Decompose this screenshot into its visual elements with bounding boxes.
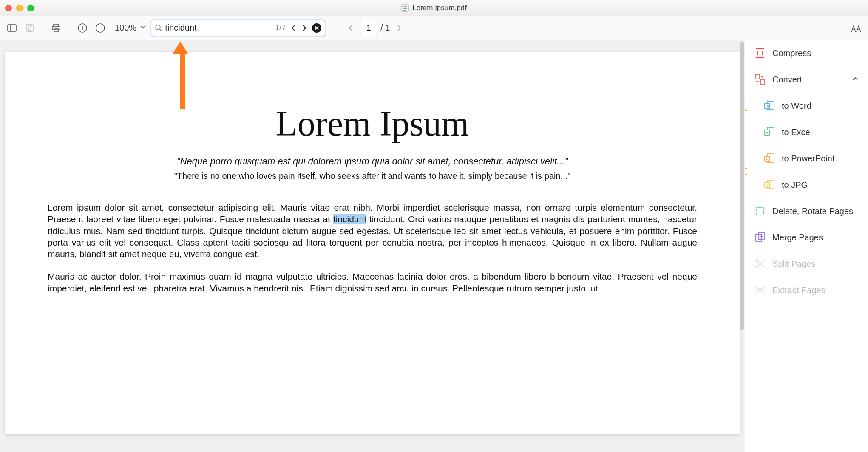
page-number-input[interactable] (360, 21, 377, 35)
window-title-group: Lorem Ipsum.pdf (0, 4, 868, 12)
to-jpg-label: to JPG (782, 180, 808, 190)
jpg-icon (764, 179, 775, 190)
svg-rect-0 (402, 4, 408, 12)
svg-rect-21 (755, 75, 760, 79)
convert-to-jpg[interactable]: to JPG (745, 172, 868, 198)
powerpoint-icon: P (764, 153, 775, 164)
convert-label: Convert (772, 75, 802, 85)
word-icon: W (764, 100, 775, 111)
document-viewport[interactable]: Lorem Ipsum "Neque porro quisquam est qu… (0, 40, 745, 452)
compress-icon (755, 48, 766, 59)
fullscreen-window-button[interactable] (27, 5, 34, 11)
svg-rect-10 (52, 26, 60, 30)
search-input[interactable] (165, 23, 272, 33)
tools-sidepanel: Compress Convert W to Word X to Excel (745, 40, 868, 452)
doc-title: Lorem Ipsum (48, 103, 697, 144)
zoom-dropdown[interactable]: 100% (113, 23, 146, 33)
search-icon (155, 24, 162, 32)
panel-resize-handle[interactable] (745, 168, 747, 175)
merge-label: Merge Pages (772, 233, 823, 243)
search-clear-button[interactable] (312, 23, 321, 33)
merge-tool[interactable]: Merge Pages (745, 224, 868, 251)
zoom-in-button[interactable] (75, 20, 90, 36)
delete-rotate-icon (755, 206, 766, 217)
svg-text:W: W (766, 105, 769, 108)
page-prev-button[interactable] (345, 22, 357, 34)
svg-text:X: X (766, 131, 769, 135)
save-button[interactable] (22, 20, 37, 36)
search-box[interactable]: 1/7 (151, 20, 325, 36)
svg-text:P: P (766, 157, 769, 161)
document-page: Lorem Ipsum "Neque porro quisquam est qu… (5, 52, 740, 434)
extract-label: Extract Pages (772, 285, 825, 295)
vertical-scrollbar[interactable] (740, 42, 744, 330)
search-highlight: tincidunt (333, 214, 366, 224)
tools-panel-button[interactable] (848, 20, 864, 36)
window-title: Lorem Ipsum.pdf (412, 4, 467, 12)
page-navigation: / 1 (345, 21, 405, 35)
svg-rect-3 (403, 10, 406, 11)
svg-rect-22 (760, 80, 765, 84)
doc-divider (48, 194, 697, 194)
to-word-label: to Word (782, 101, 811, 111)
svg-rect-2 (403, 8, 407, 9)
extract-icon (755, 285, 766, 296)
split-icon (755, 258, 766, 269)
zoom-out-button[interactable] (93, 20, 108, 36)
convert-to-excel[interactable]: X to Excel (745, 119, 868, 145)
page-next-button[interactable] (393, 22, 405, 34)
search-prev-button[interactable] (288, 23, 298, 33)
search-result-count: 1/7 (275, 23, 286, 32)
compress-label: Compress (772, 48, 811, 58)
svg-rect-45 (756, 286, 764, 294)
svg-point-34 (768, 184, 769, 184)
delete-rotate-tool[interactable]: Delete, Rotate Pages (745, 198, 868, 224)
svg-rect-37 (756, 234, 762, 241)
zoom-value: 100% (113, 23, 138, 33)
convert-to-word[interactable]: W to Word (745, 93, 868, 119)
document-icon (401, 4, 409, 12)
compress-tool[interactable]: Compress (745, 40, 868, 66)
main-area: Lorem Ipsum "Neque porro quisquam est qu… (0, 40, 868, 452)
to-excel-label: to Excel (782, 127, 812, 137)
svg-point-8 (28, 28, 31, 31)
svg-rect-1 (403, 6, 407, 7)
doc-paragraph-2: Mauris ac auctor dolor. Proin maximus qu… (48, 271, 697, 294)
close-window-button[interactable] (5, 5, 12, 11)
minimize-window-button[interactable] (16, 5, 23, 11)
titlebar: Lorem Ipsum.pdf (0, 0, 868, 16)
svg-line-44 (758, 261, 764, 266)
merge-icon (755, 232, 766, 243)
svg-line-18 (160, 29, 162, 31)
to-powerpoint-label: to PowerPoint (782, 154, 835, 164)
doc-paragraph-1: Lorem ipsum dolor sit amet, consectetur … (48, 202, 697, 260)
search-next-button[interactable] (299, 23, 309, 33)
svg-line-43 (758, 262, 764, 267)
page-total: / 1 (380, 23, 390, 33)
split-tool: Split Pages (745, 251, 868, 277)
sidebar-toggle-button[interactable] (4, 20, 20, 36)
panel-resize-handle[interactable] (745, 105, 747, 111)
toolbar: 100% 1/7 / 1 (0, 16, 868, 40)
excel-icon: X (764, 127, 775, 138)
chevron-down-icon (140, 24, 146, 31)
convert-to-powerpoint[interactable]: P to PowerPoint (745, 145, 868, 172)
delete-rotate-label: Delete, Rotate Pages (772, 206, 853, 216)
convert-tool[interactable]: Convert (745, 66, 868, 93)
convert-icon (755, 74, 766, 85)
split-label: Split Pages (772, 259, 815, 269)
doc-quote-english: "There is no one who loves pain itself, … (48, 171, 697, 181)
window-controls (5, 5, 34, 11)
svg-rect-11 (54, 29, 58, 32)
svg-rect-4 (8, 25, 16, 31)
chevron-up-icon (852, 75, 859, 85)
doc-quote-latin: "Neque porro quisquam est qui dolorem ip… (48, 156, 697, 167)
svg-rect-46 (758, 288, 762, 292)
svg-point-17 (156, 25, 160, 30)
print-button[interactable] (48, 20, 64, 36)
extract-tool: Extract Pages (745, 277, 868, 303)
